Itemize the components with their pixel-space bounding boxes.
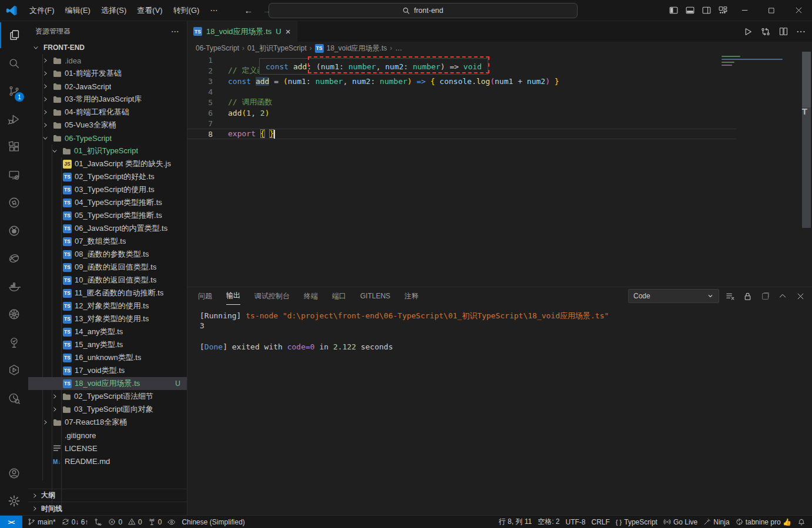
tree-item[interactable]: LICENSE — [28, 442, 187, 455]
status-error-lens[interactable] — [165, 516, 179, 528]
activity-live-preview[interactable] — [0, 357, 28, 383]
sidebar-section-0[interactable]: 大纲 — [28, 489, 187, 502]
status-git-sync[interactable]: 0↓ 6↑ — [59, 516, 92, 528]
sidebar-section-1[interactable]: 时间线 — [28, 502, 187, 515]
output-channel-select[interactable]: Code — [628, 289, 719, 303]
clear-output-icon[interactable] — [723, 289, 737, 303]
tree-item[interactable]: TS06_JavaScrpt的内置类型.ts — [28, 222, 187, 235]
tree-item[interactable]: TS08_函数的参数类型.ts — [28, 248, 187, 261]
status-gitlens[interactable] — [91, 516, 105, 528]
status-cursor-position[interactable]: 行 8, 列 11 — [496, 516, 535, 528]
status-errors[interactable]: 0 — [105, 516, 125, 528]
activity-remote-explorer[interactable] — [0, 162, 28, 188]
activity-run-debug[interactable] — [0, 106, 28, 132]
open-output-window-icon[interactable] — [758, 289, 772, 303]
status-go-live[interactable]: Go Live — [660, 516, 700, 528]
menu-item-1[interactable]: 编辑(E) — [60, 3, 96, 18]
status-tabnine[interactable]: tabnine pro 👍 — [733, 516, 794, 528]
nav-back-icon[interactable]: ← — [239, 4, 257, 16]
minimap[interactable] — [722, 55, 792, 90]
status-notifications[interactable] — [794, 516, 808, 528]
tab-18-void[interactable]: TS 18_void应用场景.ts U × — [187, 21, 297, 42]
tree-item[interactable]: TS12_对象类型的使用.ts — [28, 300, 187, 312]
status-language[interactable]: { }TypeScript — [613, 516, 660, 528]
tree-item[interactable]: TS02_TypeScript的好处.ts — [28, 170, 187, 183]
status-eol[interactable]: CRLF — [588, 516, 612, 528]
tree-item[interactable]: TS11_匿名函数的自动推断.ts — [28, 287, 187, 300]
tree-item[interactable]: 02_TypeScript语法细节 — [28, 390, 187, 403]
activity-search[interactable] — [0, 51, 28, 76]
tab-close-icon[interactable]: × — [286, 26, 291, 36]
activity-kubernetes[interactable] — [0, 301, 28, 327]
status-indentation[interactable]: 空格: 2 — [535, 516, 562, 528]
tree-item[interactable]: TS14_any类型.ts — [28, 325, 187, 338]
close-panel-icon[interactable] — [793, 289, 807, 303]
breadcrumb-item-0[interactable]: 06-TypeScript — [196, 44, 239, 52]
output-console[interactable]: [Running] ts-node "d:\project\front-end\… — [187, 305, 812, 515]
tree-item[interactable]: 01-前端开发基础 — [28, 67, 187, 80]
editor-scrollbar[interactable] — [800, 50, 812, 287]
status-ninja[interactable]: Ninja — [700, 516, 732, 528]
menu-more[interactable]: ⋯ — [204, 4, 223, 17]
split-editor-button[interactable] — [776, 24, 791, 39]
tree-item[interactable]: .idea — [28, 54, 187, 67]
activity-source-control[interactable]: 1 — [0, 78, 28, 104]
tree-item[interactable]: TS13_对象类型的使用.ts — [28, 312, 187, 325]
open-changes-button[interactable] — [758, 24, 773, 39]
layout-panel-icon[interactable] — [682, 2, 698, 19]
activity-thunder-client[interactable] — [0, 245, 28, 271]
tree-item[interactable]: TS17_void类型.ts — [28, 364, 187, 377]
command-center-search[interactable]: front-end — [269, 3, 578, 18]
panel-tab-2[interactable]: 调试控制台 — [254, 287, 290, 305]
code-line-4[interactable]: 4 — [187, 86, 787, 97]
maximize-button[interactable] — [758, 0, 785, 21]
menu-item-0[interactable]: 文件(F) — [24, 3, 60, 18]
tree-item[interactable]: TS05_TypeScript类型推断.ts — [28, 209, 187, 222]
code-line-7[interactable]: 7 — [187, 118, 787, 129]
tree-item[interactable]: .gitignore — [28, 429, 187, 442]
tree-item[interactable]: TS04_TypeScript类型推断.ts — [28, 196, 187, 209]
activity-account[interactable] — [0, 460, 28, 486]
activity-docker[interactable] — [0, 274, 28, 300]
menu-item-2[interactable]: 选择(S) — [96, 3, 132, 18]
run-code-button[interactable] — [740, 24, 756, 39]
tree-item[interactable]: 06-TypeScript — [28, 132, 187, 144]
status-ports[interactable]: 0 — [145, 516, 165, 528]
status-git-branch[interactable]: main* — [25, 516, 59, 528]
tree-item[interactable]: TS18_void应用场景.tsU — [28, 377, 187, 390]
code-line-3[interactable]: 3const add = (num1: number, num2: number… — [187, 76, 787, 86]
menu-item-4[interactable]: 转到(G) — [168, 3, 205, 18]
status-language-mode[interactable]: Chinese (Simplified) — [179, 516, 247, 528]
menu-item-3[interactable]: 查看(V) — [132, 3, 167, 18]
layout-sidebar-right-icon[interactable] — [698, 2, 714, 19]
activity-extensions[interactable] — [0, 134, 28, 160]
layout-sidebar-left-icon[interactable] — [665, 2, 682, 19]
tree-item[interactable]: M↓README.md — [28, 455, 187, 468]
activity-todo-tree[interactable] — [0, 329, 28, 355]
tree-item[interactable]: 05-Vue3全家桶 — [28, 119, 187, 132]
sidebar-more-actions[interactable]: ⋯ — [171, 26, 180, 36]
tree-item[interactable]: JS01_JavaScript 类型的缺失.js — [28, 157, 187, 170]
tree-item[interactable]: 01_初识TypeScript — [28, 144, 187, 157]
panel-tab-5[interactable]: GITLENS — [360, 287, 390, 305]
tree-item[interactable]: TS16_unknown类型.ts — [28, 351, 187, 364]
tree-item[interactable]: 07-React18全家桶 — [28, 416, 187, 429]
status-warnings[interactable]: 0 — [125, 516, 145, 528]
activity-explorer[interactable] — [0, 22, 28, 48]
tree-item[interactable]: 03-常用的JavaScript库 — [28, 93, 187, 106]
panel-tab-6[interactable]: 注释 — [404, 287, 418, 305]
remote-indicator[interactable]: >< — [0, 516, 22, 528]
tree-item[interactable]: TS03_TypeScript的使用.ts — [28, 183, 187, 196]
tree-item[interactable]: 04-前端工程化基础 — [28, 106, 187, 119]
close-button[interactable] — [785, 0, 812, 21]
breadcrumb-item-3[interactable]: … — [395, 44, 402, 52]
tree-item[interactable]: TS15_any类型.ts — [28, 338, 187, 351]
code-line-8[interactable]: 8export { } — [187, 129, 787, 139]
activity-code-time[interactable] — [0, 385, 28, 411]
layout-customize-icon[interactable] — [714, 2, 731, 19]
minimize-button[interactable] — [731, 0, 758, 21]
tree-item[interactable]: 03_TypeScript面向对象 — [28, 403, 187, 416]
tree-item[interactable]: TS07_数组类型.ts — [28, 235, 187, 248]
panel-tab-4[interactable]: 端口 — [332, 287, 346, 305]
panel-tab-1[interactable]: 输出 — [226, 287, 240, 305]
